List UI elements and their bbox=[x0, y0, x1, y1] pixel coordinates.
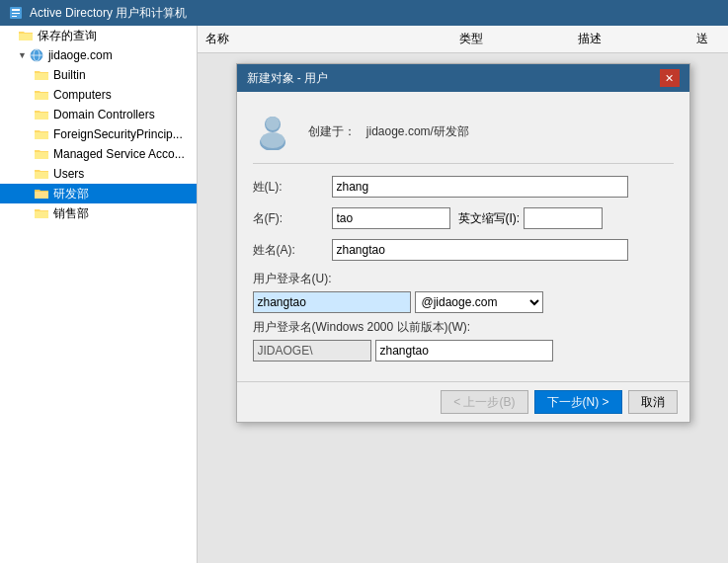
sidebar-item-xiaoshou[interactable]: 销售部 bbox=[0, 203, 197, 223]
sidebar-item-managed-service[interactable]: Managed Service Acco... bbox=[0, 144, 197, 164]
first-name-input[interactable] bbox=[332, 207, 450, 229]
sidebar-item-fs-label: ForeignSecurityPrincip... bbox=[53, 127, 183, 141]
sidebar-item-domain-controllers[interactable]: Domain Controllers bbox=[0, 105, 197, 124]
sidebar-item-yanfa-label: 研发部 bbox=[53, 186, 89, 202]
last-name-input[interactable] bbox=[332, 176, 628, 198]
svg-point-9 bbox=[266, 117, 280, 130]
svg-rect-2 bbox=[12, 13, 20, 14]
full-name-label: 姓名(A): bbox=[253, 242, 332, 259]
full-name-input[interactable] bbox=[332, 239, 628, 261]
content-area: 新建对象 - 用户 ✕ bbox=[198, 53, 728, 563]
login-input[interactable] bbox=[253, 291, 411, 313]
sidebar-item-foreign-security[interactable]: ForeignSecurityPrincip... bbox=[0, 124, 197, 144]
sidebar-item-computers[interactable]: Computers bbox=[0, 85, 197, 105]
sidebar-item-ms-label: Managed Service Acco... bbox=[53, 147, 185, 161]
expand-icon: ▼ bbox=[18, 50, 27, 60]
col-name-header: 名称 bbox=[198, 29, 451, 49]
folder-icon-ms bbox=[34, 146, 49, 162]
next-button[interactable]: 下一步(N) > bbox=[534, 390, 622, 414]
folder-icon bbox=[18, 28, 34, 43]
sidebar-item-computers-label: Computers bbox=[53, 88, 112, 102]
dialog-overlay: 新建对象 - 用户 ✕ bbox=[198, 53, 728, 563]
col-send-header: 送 bbox=[688, 29, 728, 49]
cancel-button[interactable]: 取消 bbox=[628, 390, 678, 414]
dialog-close-button[interactable]: ✕ bbox=[660, 69, 680, 87]
right-panel: 名称 类型 描述 送 新建对象 - 用户 ✕ bbox=[198, 26, 728, 563]
login-row: @jidaoge.com bbox=[253, 291, 674, 313]
folder-icon-users bbox=[34, 166, 49, 182]
svg-rect-3 bbox=[12, 16, 17, 17]
sidebar-item-saved-query[interactable]: 保存的查询 bbox=[0, 26, 197, 45]
svg-rect-1 bbox=[12, 9, 20, 11]
domain-select[interactable]: @jidaoge.com bbox=[415, 291, 543, 313]
created-path: jidaoge.com/研发部 bbox=[366, 124, 469, 138]
new-user-dialog: 新建对象 - 用户 ✕ bbox=[236, 63, 690, 423]
column-header: 名称 类型 描述 送 bbox=[198, 26, 728, 53]
last-name-row: 姓(L): bbox=[253, 176, 674, 198]
main-area: 保存的查询 ▼ jidaoge.com Builtin bbox=[0, 26, 728, 563]
created-label: 创建于： bbox=[308, 124, 356, 138]
back-button[interactable]: < 上一步(B) bbox=[441, 390, 527, 414]
dialog-title: 新建对象 - 用户 bbox=[247, 70, 329, 87]
title-bar-label: Active Directory 用户和计算机 bbox=[30, 5, 187, 22]
col-type-header: 类型 bbox=[451, 29, 570, 49]
folder-icon-computers bbox=[34, 87, 49, 103]
svg-point-10 bbox=[261, 132, 284, 148]
sidebar-item-xiaoshou-label: 销售部 bbox=[53, 205, 89, 222]
created-info: 创建于： jidaoge.com/研发部 bbox=[308, 123, 469, 140]
folder-icon-yanfa bbox=[34, 186, 49, 201]
user-info-row: 创建于： jidaoge.com/研发部 bbox=[253, 104, 674, 164]
title-bar: Active Directory 用户和计算机 bbox=[0, 0, 728, 26]
avatar bbox=[253, 112, 292, 151]
first-name-label: 名(F): bbox=[253, 210, 332, 227]
win2k-login-input[interactable] bbox=[375, 340, 553, 362]
sidebar-item-users-label: Users bbox=[53, 167, 84, 181]
sidebar-item-dc-label: Domain Controllers bbox=[53, 108, 155, 121]
dialog-footer: < 上一步(B) 下一步(N) > 取消 bbox=[237, 381, 689, 422]
sidebar-item-jidaoge[interactable]: ▼ jidaoge.com bbox=[0, 45, 197, 65]
folder-icon-dc bbox=[34, 107, 49, 122]
win2k-row bbox=[253, 340, 674, 362]
domain-icon bbox=[29, 47, 44, 63]
abbr-input[interactable] bbox=[524, 207, 603, 229]
last-name-label: 姓(L): bbox=[253, 179, 332, 196]
folder-icon-xiaoshou bbox=[34, 205, 49, 221]
win2k-section-label: 用户登录名(Windows 2000 以前版本)(W): bbox=[253, 319, 674, 336]
first-name-row: 名(F): 英文缩写(I): bbox=[253, 207, 674, 229]
abbr-label: 英文缩写(I): bbox=[458, 210, 521, 227]
folder-icon-builtin bbox=[34, 67, 49, 83]
sidebar-item-builtin-label: Builtin bbox=[53, 68, 86, 82]
col-desc-header: 描述 bbox=[570, 29, 688, 49]
tree-panel: 保存的查询 ▼ jidaoge.com Builtin bbox=[0, 26, 198, 563]
win2k-prefix-input bbox=[253, 340, 371, 362]
folder-icon-fs bbox=[34, 126, 49, 142]
dialog-body: 创建于： jidaoge.com/研发部 姓(L): 名(F): bbox=[237, 92, 689, 381]
dialog-titlebar: 新建对象 - 用户 ✕ bbox=[237, 64, 689, 92]
sidebar-item-builtin[interactable]: Builtin bbox=[0, 65, 197, 85]
app-icon bbox=[8, 5, 24, 21]
sidebar-item-users[interactable]: Users bbox=[0, 164, 197, 184]
full-name-row: 姓名(A): bbox=[253, 239, 674, 261]
sidebar-item-saved-query-label: 保存的查询 bbox=[38, 28, 97, 44]
sidebar-item-jidaoge-label: jidaoge.com bbox=[48, 48, 113, 62]
login-section-label: 用户登录名(U): bbox=[253, 271, 674, 287]
sidebar-item-yanfa[interactable]: 研发部 bbox=[0, 184, 197, 203]
